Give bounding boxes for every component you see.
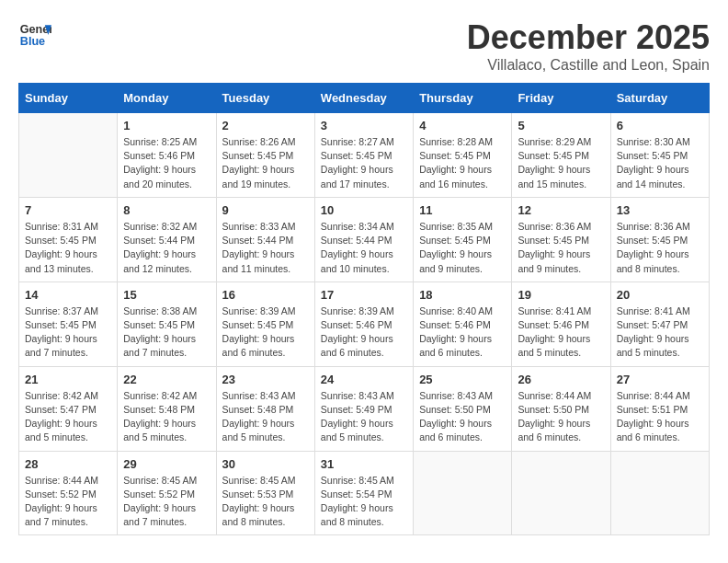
- day-number: 30: [222, 457, 309, 471]
- day-number: 15: [123, 288, 210, 302]
- day-number: 9: [222, 203, 309, 217]
- title-section: December 2025 Villalaco, Castille and Le…: [467, 18, 710, 74]
- day-info: Sunrise: 8:28 AM Sunset: 5:45 PM Dayligh…: [419, 135, 506, 191]
- calendar-cell: 15Sunrise: 8:38 AM Sunset: 5:45 PM Dayli…: [118, 282, 216, 366]
- calendar-week-row: 1Sunrise: 8:25 AM Sunset: 5:46 PM Daylig…: [19, 113, 710, 198]
- day-info: Sunrise: 8:41 AM Sunset: 5:46 PM Dayligh…: [518, 304, 604, 361]
- day-info: Sunrise: 8:36 AM Sunset: 5:45 PM Dayligh…: [518, 220, 604, 276]
- weekday-header-wednesday: Wednesday: [314, 84, 413, 113]
- day-info: Sunrise: 8:45 AM Sunset: 5:53 PM Dayligh…: [222, 474, 309, 530]
- day-info: Sunrise: 8:44 AM Sunset: 5:50 PM Dayligh…: [518, 389, 604, 445]
- calendar-cell: 21Sunrise: 8:42 AM Sunset: 5:47 PM Dayli…: [19, 366, 118, 451]
- calendar-week-row: 21Sunrise: 8:42 AM Sunset: 5:47 PM Dayli…: [19, 366, 710, 451]
- calendar-cell: 26Sunrise: 8:44 AM Sunset: 5:50 PM Dayli…: [512, 366, 610, 451]
- weekday-header-sunday: Sunday: [19, 84, 118, 113]
- day-info: Sunrise: 8:27 AM Sunset: 5:45 PM Dayligh…: [321, 135, 407, 191]
- day-number: 11: [419, 203, 506, 217]
- day-info: Sunrise: 8:42 AM Sunset: 5:48 PM Dayligh…: [123, 389, 210, 445]
- day-info: Sunrise: 8:26 AM Sunset: 5:45 PM Dayligh…: [222, 135, 309, 191]
- calendar-cell: 3Sunrise: 8:27 AM Sunset: 5:45 PM Daylig…: [314, 113, 413, 198]
- day-number: 8: [123, 203, 210, 217]
- day-info: Sunrise: 8:31 AM Sunset: 5:45 PM Dayligh…: [25, 220, 111, 276]
- day-number: 26: [518, 373, 604, 386]
- calendar-cell: 16Sunrise: 8:39 AM Sunset: 5:45 PM Dayli…: [216, 282, 314, 366]
- weekday-header-saturday: Saturday: [610, 84, 709, 113]
- calendar-cell: 24Sunrise: 8:43 AM Sunset: 5:49 PM Dayli…: [314, 366, 413, 451]
- calendar-cell: 19Sunrise: 8:41 AM Sunset: 5:46 PM Dayli…: [512, 282, 610, 366]
- calendar-cell: 31Sunrise: 8:45 AM Sunset: 5:54 PM Dayli…: [314, 451, 413, 535]
- calendar-cell: 13Sunrise: 8:36 AM Sunset: 5:45 PM Dayli…: [610, 197, 709, 282]
- calendar-cell: 10Sunrise: 8:34 AM Sunset: 5:44 PM Dayli…: [314, 197, 413, 282]
- day-info: Sunrise: 8:36 AM Sunset: 5:45 PM Dayligh…: [617, 220, 703, 276]
- day-number: 18: [419, 288, 506, 302]
- day-number: 31: [321, 457, 407, 471]
- day-number: 17: [321, 288, 407, 302]
- day-info: Sunrise: 8:32 AM Sunset: 5:44 PM Dayligh…: [123, 220, 210, 276]
- calendar-cell: [19, 113, 118, 198]
- day-info: Sunrise: 8:45 AM Sunset: 5:52 PM Dayligh…: [123, 474, 210, 530]
- day-number: 7: [25, 203, 111, 217]
- logo: General Blue: [18, 18, 51, 52]
- calendar-cell: 7Sunrise: 8:31 AM Sunset: 5:45 PM Daylig…: [19, 197, 118, 282]
- day-info: Sunrise: 8:25 AM Sunset: 5:46 PM Dayligh…: [123, 135, 210, 191]
- day-info: Sunrise: 8:33 AM Sunset: 5:44 PM Dayligh…: [222, 220, 309, 276]
- calendar-cell: 5Sunrise: 8:29 AM Sunset: 5:45 PM Daylig…: [512, 113, 610, 198]
- day-number: 23: [222, 373, 309, 386]
- day-info: Sunrise: 8:40 AM Sunset: 5:46 PM Dayligh…: [419, 304, 506, 361]
- day-number: 21: [25, 373, 111, 386]
- day-info: Sunrise: 8:42 AM Sunset: 5:47 PM Dayligh…: [25, 389, 111, 445]
- day-number: 22: [123, 373, 210, 386]
- day-number: 19: [518, 288, 604, 302]
- page-header: General Blue December 2025 Villalaco, Ca…: [18, 18, 710, 74]
- day-info: Sunrise: 8:43 AM Sunset: 5:48 PM Dayligh…: [222, 389, 309, 445]
- calendar-week-row: 7Sunrise: 8:31 AM Sunset: 5:45 PM Daylig…: [19, 197, 710, 282]
- day-info: Sunrise: 8:43 AM Sunset: 5:49 PM Dayligh…: [321, 389, 407, 445]
- day-info: Sunrise: 8:43 AM Sunset: 5:50 PM Dayligh…: [419, 389, 506, 445]
- calendar-cell: 2Sunrise: 8:26 AM Sunset: 5:45 PM Daylig…: [216, 113, 314, 198]
- calendar-cell: [512, 451, 610, 535]
- calendar-cell: 25Sunrise: 8:43 AM Sunset: 5:50 PM Dayli…: [414, 366, 512, 451]
- calendar-cell: 17Sunrise: 8:39 AM Sunset: 5:46 PM Dayli…: [314, 282, 413, 366]
- calendar-cell: 8Sunrise: 8:32 AM Sunset: 5:44 PM Daylig…: [118, 197, 216, 282]
- day-number: 29: [123, 457, 210, 471]
- calendar-week-row: 14Sunrise: 8:37 AM Sunset: 5:45 PM Dayli…: [19, 282, 710, 366]
- day-number: 1: [123, 119, 210, 132]
- day-info: Sunrise: 8:38 AM Sunset: 5:45 PM Dayligh…: [123, 304, 210, 361]
- calendar-table: SundayMondayTuesdayWednesdayThursdayFrid…: [18, 83, 710, 535]
- day-number: 5: [518, 119, 604, 132]
- day-number: 28: [25, 457, 111, 471]
- calendar-cell: 28Sunrise: 8:44 AM Sunset: 5:52 PM Dayli…: [19, 451, 118, 535]
- day-info: Sunrise: 8:45 AM Sunset: 5:54 PM Dayligh…: [321, 474, 407, 530]
- calendar-cell: 23Sunrise: 8:43 AM Sunset: 5:48 PM Dayli…: [216, 366, 314, 451]
- day-number: 14: [25, 288, 111, 302]
- calendar-cell: 27Sunrise: 8:44 AM Sunset: 5:51 PM Dayli…: [610, 366, 709, 451]
- day-number: 6: [617, 119, 703, 132]
- calendar-cell: 18Sunrise: 8:40 AM Sunset: 5:46 PM Dayli…: [414, 282, 512, 366]
- day-number: 24: [321, 373, 407, 386]
- day-info: Sunrise: 8:39 AM Sunset: 5:46 PM Dayligh…: [321, 304, 407, 361]
- calendar-cell: [414, 451, 512, 535]
- calendar-cell: 30Sunrise: 8:45 AM Sunset: 5:53 PM Dayli…: [216, 451, 314, 535]
- calendar-cell: 9Sunrise: 8:33 AM Sunset: 5:44 PM Daylig…: [216, 197, 314, 282]
- calendar-week-row: 28Sunrise: 8:44 AM Sunset: 5:52 PM Dayli…: [19, 451, 710, 535]
- day-number: 3: [321, 119, 407, 132]
- calendar-cell: [610, 451, 709, 535]
- day-number: 27: [617, 373, 703, 386]
- day-info: Sunrise: 8:30 AM Sunset: 5:45 PM Dayligh…: [617, 135, 703, 191]
- calendar-cell: 14Sunrise: 8:37 AM Sunset: 5:45 PM Dayli…: [19, 282, 118, 366]
- day-number: 10: [321, 203, 407, 217]
- calendar-cell: 6Sunrise: 8:30 AM Sunset: 5:45 PM Daylig…: [610, 113, 709, 198]
- weekday-header-friday: Friday: [512, 84, 610, 113]
- day-info: Sunrise: 8:29 AM Sunset: 5:45 PM Dayligh…: [518, 135, 604, 191]
- day-number: 12: [518, 203, 604, 217]
- day-info: Sunrise: 8:37 AM Sunset: 5:45 PM Dayligh…: [25, 304, 111, 361]
- calendar-cell: 11Sunrise: 8:35 AM Sunset: 5:45 PM Dayli…: [414, 197, 512, 282]
- svg-text:Blue: Blue: [20, 35, 45, 48]
- location-title: Villalaco, Castille and Leon, Spain: [467, 57, 710, 74]
- calendar-cell: 1Sunrise: 8:25 AM Sunset: 5:46 PM Daylig…: [118, 113, 216, 198]
- day-info: Sunrise: 8:41 AM Sunset: 5:47 PM Dayligh…: [617, 304, 703, 361]
- logo-icon: General Blue: [18, 18, 51, 52]
- day-number: 25: [419, 373, 506, 386]
- month-title: December 2025: [467, 18, 710, 57]
- day-info: Sunrise: 8:34 AM Sunset: 5:44 PM Dayligh…: [321, 220, 407, 276]
